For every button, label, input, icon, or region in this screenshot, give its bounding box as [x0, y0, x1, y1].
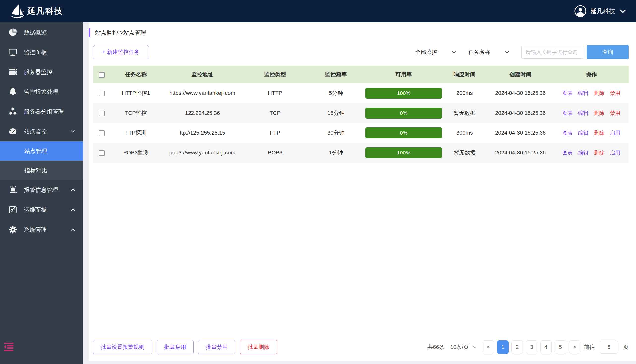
batch-delete-button[interactable]: 批量删除	[240, 340, 277, 354]
monitor-icon	[8, 48, 18, 56]
sidebar-item-label: 报警信息管理	[24, 186, 58, 194]
cell-select	[93, 83, 110, 103]
chart-action-link[interactable]: 图表	[562, 90, 573, 96]
cell-task-name: POP3监测	[110, 143, 161, 163]
row-checkbox[interactable]	[99, 150, 105, 156]
goto-page-input[interactable]	[600, 341, 618, 354]
toggle-action-link[interactable]: 启用	[610, 130, 620, 136]
ops-panel-icon	[8, 205, 18, 214]
sidebar-item[interactable]: 服务器监控	[0, 62, 83, 82]
monitor-filter-select[interactable]: 全部监控	[415, 48, 456, 56]
cell-actions: 图表编辑删除禁用	[554, 83, 628, 103]
availability-bar: 0%	[365, 108, 442, 118]
sidebar-item[interactable]: 报警信息管理	[0, 180, 83, 200]
cell-type: FTP	[243, 123, 307, 143]
sidebar-item[interactable]: 运维面板	[0, 200, 83, 220]
delete-action-link[interactable]: 删除	[594, 90, 604, 96]
cell-address: 122.224.25.36	[162, 103, 244, 123]
edit-action-link[interactable]: 编辑	[578, 90, 589, 96]
user-menu[interactable]: 延凡科技	[574, 5, 626, 17]
cell-select	[93, 143, 110, 163]
edit-action-link[interactable]: 编辑	[578, 130, 589, 136]
row-checkbox[interactable]	[99, 110, 105, 116]
next-page-button[interactable]: >	[569, 340, 580, 354]
query-button[interactable]: 查询	[587, 45, 628, 59]
page-button[interactable]: 3	[526, 340, 537, 354]
sidebar-item[interactable]: 服务器分组管理	[0, 102, 83, 122]
delete-action-link[interactable]: 删除	[594, 110, 604, 116]
toolbar-filters: 全部监控 任务名称 查询	[415, 45, 628, 59]
select-all-checkbox[interactable]	[99, 72, 105, 78]
delete-action-link[interactable]: 删除	[594, 130, 604, 136]
cell-actions: 图表编辑删除禁用	[554, 103, 628, 123]
bottom-row: 批量设置报警规则批量启用批量禁用批量删除 共66条 10条/页 <12345> …	[93, 340, 628, 354]
server-icon	[8, 68, 18, 76]
sidebar-item[interactable]: 系统管理	[0, 220, 83, 240]
brand-name: 延凡科技	[27, 6, 63, 17]
chevron-down-icon	[619, 8, 626, 15]
sidebar-item-label: 站点监控	[24, 128, 47, 136]
main-content: 站点监控->站点管理 + 新建监控任务 全部监控 任务名称	[89, 22, 636, 361]
chevron-down-icon	[504, 50, 509, 54]
field-filter-select[interactable]: 任务名称	[468, 48, 509, 56]
sidebar-subitem-active[interactable]: 站点管理	[0, 141, 83, 161]
toggle-action-link[interactable]: 禁用	[610, 90, 620, 96]
batch-alarm-rules-button[interactable]: 批量设置报警规则	[93, 340, 152, 354]
chevron-up-icon	[70, 187, 76, 193]
availability-bar: 0%	[365, 128, 442, 138]
layout: 数据概览监控面板服务器监控监控报警处理服务器分组管理站点监控站点管理指标对比报警…	[0, 22, 636, 364]
batch-disable-button[interactable]: 批量禁用	[198, 340, 235, 354]
siren-icon	[8, 186, 18, 194]
chart-action-link[interactable]: 图表	[562, 110, 573, 116]
pagination: 共66条 10条/页 <12345> 前往 页	[427, 340, 628, 354]
row-checkbox[interactable]	[99, 91, 105, 96]
cell-frequency: 30分钟	[307, 123, 365, 143]
chart-action-link[interactable]: 图表	[562, 150, 573, 156]
breadcrumb: 站点监控->站点管理	[89, 28, 628, 38]
page-size-select[interactable]: 10条/页	[450, 344, 477, 351]
sidebar-item[interactable]: 站点监控	[0, 122, 83, 141]
cell-task-name: TCP监控	[110, 103, 161, 123]
chevron-up-icon	[70, 207, 76, 212]
cell-response-time: 暂无数据	[442, 103, 487, 123]
chart-action-link[interactable]: 图表	[562, 130, 573, 136]
toggle-action-link[interactable]: 启用	[610, 150, 620, 156]
app: 延凡科技 延凡科技 数据概览监控面板服务器监控监控报警处理服务器分组管理站点监控…	[0, 0, 636, 364]
page-button[interactable]: 2	[511, 340, 523, 354]
search-input[interactable]	[521, 46, 584, 58]
monitor-filter-value: 全部监控	[415, 48, 437, 56]
cell-availability: 0%	[365, 123, 442, 143]
delete-action-link[interactable]: 删除	[594, 150, 604, 156]
cell-task-name: FTP探测	[110, 123, 161, 143]
table-row: TCP监控122.224.25.36TCP15分钟0%暂无数据2024-04-3…	[93, 103, 628, 123]
prev-page-button[interactable]: <	[483, 340, 494, 354]
edit-action-link[interactable]: 编辑	[578, 150, 589, 156]
row-checkbox[interactable]	[99, 130, 105, 136]
cell-frequency: 5分钟	[307, 83, 365, 103]
sidebar-item[interactable]: 数据概览	[0, 22, 83, 42]
main-area: 站点监控->站点管理 + 新建监控任务 全部监控 任务名称	[83, 22, 636, 364]
column-header: 监控地址	[162, 66, 244, 83]
page-button[interactable]: 5	[555, 340, 566, 354]
breadcrumb-accent-bar	[89, 28, 90, 37]
column-header: 响应时间	[442, 66, 487, 83]
sidebar-item[interactable]: 监控面板	[0, 42, 83, 62]
page-button[interactable]: 1	[497, 340, 508, 354]
goto-suffix: 页	[623, 344, 628, 351]
edit-action-link[interactable]: 编辑	[578, 110, 589, 116]
toggle-action-link[interactable]: 禁用	[610, 110, 620, 116]
new-task-button[interactable]: + 新建监控任务	[93, 45, 149, 59]
sidebar-subitem[interactable]: 指标对比	[0, 161, 83, 180]
header-select-cell	[93, 66, 110, 83]
batch-enable-button[interactable]: 批量启用	[157, 340, 194, 354]
chevron-down-icon	[472, 345, 477, 349]
sidebar-item-label: 服务器监控	[24, 68, 52, 76]
chevron-down-icon	[451, 50, 456, 54]
sidebar-item[interactable]: 监控报警处理	[0, 82, 83, 102]
chevron-down-icon	[70, 129, 76, 134]
collapse-menu-icon[interactable]	[3, 342, 15, 352]
sidebar-item-label: 监控面板	[24, 48, 47, 56]
goto-label: 前往	[584, 344, 595, 351]
avatar	[574, 5, 586, 17]
page-button[interactable]: 4	[540, 340, 552, 354]
